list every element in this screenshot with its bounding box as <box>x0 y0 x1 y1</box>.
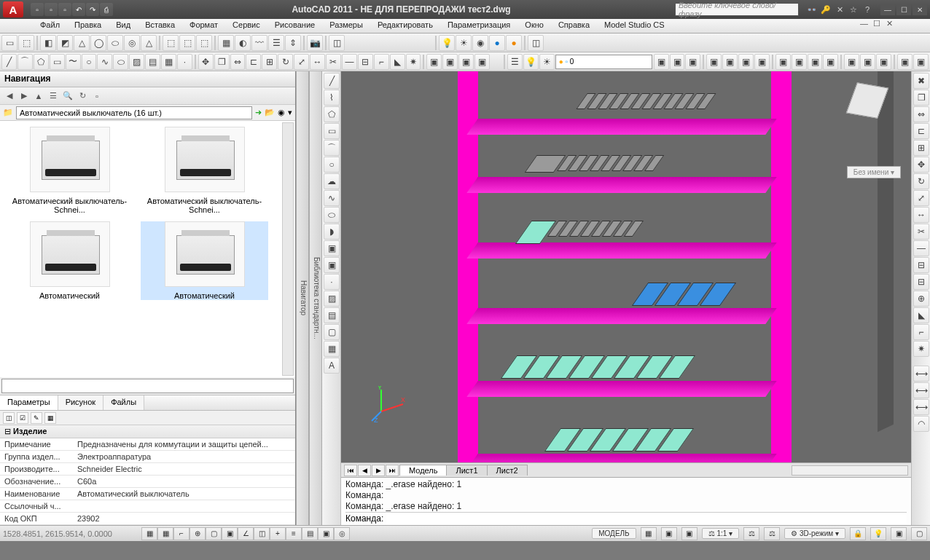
param-row[interactable]: Производите...Schneider Electric <box>0 463 295 476</box>
rectangle-icon[interactable]: ▭ <box>50 54 65 70</box>
catalog-item[interactable]: Автоматический <box>6 221 133 300</box>
menu-draw[interactable]: Рисование <box>267 19 322 33</box>
explode-icon[interactable]: ✷ <box>406 54 421 70</box>
polar-toggle-icon[interactable]: ⊕ <box>189 527 206 540</box>
menu-modelstudio[interactable]: Model Studio CS <box>597 19 672 33</box>
layer-state-icon[interactable]: 💡 <box>523 54 539 70</box>
nav-back-icon[interactable]: ◀ <box>3 90 16 103</box>
maximize-icon[interactable]: ☐ <box>896 4 911 15</box>
offset-icon[interactable]: ⊏ <box>246 54 261 70</box>
ms-tool-11-icon[interactable]: ▣ <box>823 54 838 70</box>
param-section-header[interactable]: Изделие <box>0 425 295 438</box>
block-icon[interactable]: ▣ <box>426 54 442 70</box>
sphere-icon[interactable]: ◯ <box>90 35 106 51</box>
breakpt-icon[interactable]: ⊟ <box>913 257 929 273</box>
makeblock-icon[interactable]: ▣ <box>324 257 340 273</box>
ellipse-icon[interactable]: ⬭ <box>113 54 128 70</box>
extend2-icon[interactable]: — <box>913 240 929 256</box>
key-icon[interactable]: 🔑 <box>820 4 832 15</box>
ellipsearc-icon[interactable]: ◗ <box>324 224 340 240</box>
material-blue-icon[interactable]: ● <box>489 35 505 51</box>
table2-icon[interactable]: ▦ <box>324 341 340 357</box>
dim1-icon[interactable]: ⟷ <box>913 366 929 382</box>
menu-parametric[interactable]: Параметризация <box>440 19 517 33</box>
tab-last-icon[interactable]: ⏭ <box>386 465 399 476</box>
param-row[interactable]: Код ОКП23902 <box>0 513 295 525</box>
star-icon[interactable]: ☆ <box>848 4 859 15</box>
nav-new-icon[interactable]: ▫ <box>90 90 103 103</box>
lwt-toggle-icon[interactable]: ≡ <box>286 527 302 540</box>
line-icon[interactable]: ╱ <box>1 54 17 70</box>
tab-drawing[interactable]: Рисунок <box>58 395 104 410</box>
xref-icon[interactable]: ▣ <box>458 54 474 70</box>
doc-close-icon[interactable]: ✕ <box>886 19 898 33</box>
chamfer2-icon[interactable]: ◣ <box>913 307 929 323</box>
wedge-icon[interactable]: ◩ <box>57 35 73 51</box>
gradient2-icon[interactable]: ▤ <box>324 307 340 323</box>
circle-icon[interactable]: ○ <box>82 54 97 70</box>
tab-sheet2[interactable]: Лист2 <box>487 465 528 476</box>
subtract-icon[interactable]: ⬚ <box>179 35 195 51</box>
spline-icon[interactable]: ∿ <box>97 54 112 70</box>
menu-insert[interactable]: Вставка <box>138 19 182 33</box>
layer-manager-icon[interactable]: ☰ <box>507 54 523 70</box>
revolve-icon[interactable]: ◐ <box>235 35 251 51</box>
quickview2-icon[interactable]: ▣ <box>681 527 698 540</box>
revcloud-icon[interactable]: ☁ <box>324 173 340 189</box>
ellipse2-icon[interactable]: ⬭ <box>324 207 340 223</box>
qat-redo-icon[interactable]: ↷ <box>86 3 99 16</box>
polygon2-icon[interactable]: ⬠ <box>324 106 340 122</box>
doc-minimize-icon[interactable]: — <box>860 19 872 33</box>
spline2-icon[interactable]: ∿ <box>324 190 340 206</box>
render-icon[interactable]: 📷 <box>307 35 323 51</box>
mirror-icon[interactable]: ⇔ <box>230 54 246 70</box>
menu-window[interactable]: Окно <box>517 19 551 33</box>
grid-toggle-icon[interactable]: ▦ <box>157 527 173 540</box>
fillet-icon[interactable]: ⌐ <box>374 54 389 70</box>
sky-icon[interactable]: ◉ <box>472 35 488 51</box>
gradient-icon[interactable]: ▤ <box>145 54 160 70</box>
extend-icon[interactable]: — <box>342 54 357 70</box>
insert-icon[interactable]: ▣ <box>442 54 458 70</box>
qat-new-icon[interactable]: ▫ <box>31 3 44 16</box>
ms-tool-13-icon[interactable]: ▣ <box>860 54 875 70</box>
ms-tool-7-icon[interactable]: ▣ <box>754 54 770 70</box>
annoauto-icon[interactable]: ⚖ <box>764 527 780 540</box>
qat-print-icon[interactable]: ⎙ <box>100 3 113 16</box>
menu-format[interactable]: Формат <box>182 19 225 33</box>
torus-icon[interactable]: ◎ <box>124 35 140 51</box>
viewcube[interactable] <box>845 79 889 122</box>
nav-filter-input[interactable] <box>1 379 294 393</box>
ms-tool-5-icon[interactable]: ▣ <box>722 54 738 70</box>
workspace-button[interactable]: ⚙ 3D-режим ▾ <box>784 528 845 539</box>
extrude-face-icon[interactable]: ▦ <box>218 35 234 51</box>
binoculars-icon[interactable]: 👓 <box>806 4 818 15</box>
array-icon[interactable]: ⊞ <box>262 54 277 70</box>
catalog-item[interactable]: Автоматический выключатель-Schnei... <box>6 127 133 214</box>
quickview-icon[interactable]: ▣ <box>661 527 677 540</box>
sun-icon[interactable]: ☀ <box>456 35 472 51</box>
tab-model[interactable]: Модель <box>399 465 447 476</box>
ms-tool-15-icon[interactable]: ▣ <box>897 54 913 70</box>
join-icon[interactable]: ⊕ <box>913 291 929 307</box>
catalog-item-selected[interactable]: Автоматический <box>141 221 268 300</box>
param-row[interactable]: Обозначение...C60a <box>0 476 295 488</box>
cube-icon[interactable]: ◧ <box>40 35 56 51</box>
copy2-icon[interactable]: ❐ <box>913 90 929 106</box>
polygon-icon[interactable]: ⬠ <box>34 54 49 70</box>
sweep-icon[interactable]: 〰 <box>251 35 267 51</box>
app-logo-icon[interactable]: A <box>3 1 23 17</box>
nav-tree-icon[interactable]: ☰ <box>47 90 60 103</box>
pline-icon[interactable]: ⌇ <box>324 90 340 106</box>
layer-freeze-icon[interactable]: ☀ <box>539 54 555 70</box>
scale2-icon[interactable]: ⤢ <box>913 190 929 206</box>
nav-opts-icon[interactable]: ▾ <box>288 108 292 117</box>
tab-next-icon[interactable]: ▶ <box>372 465 385 476</box>
ucs-icon[interactable]: ◫ <box>329 35 345 51</box>
array2-icon[interactable]: ⊞ <box>913 140 929 156</box>
intersect-icon[interactable]: ⬚ <box>196 35 212 51</box>
menu-edit[interactable]: Правка <box>67 19 109 33</box>
sc-toggle-icon[interactable]: ◎ <box>334 527 350 540</box>
toolbar-lock-icon[interactable]: 🔒 <box>850 527 866 540</box>
snap-toggle-icon[interactable]: ▦ <box>141 527 157 540</box>
